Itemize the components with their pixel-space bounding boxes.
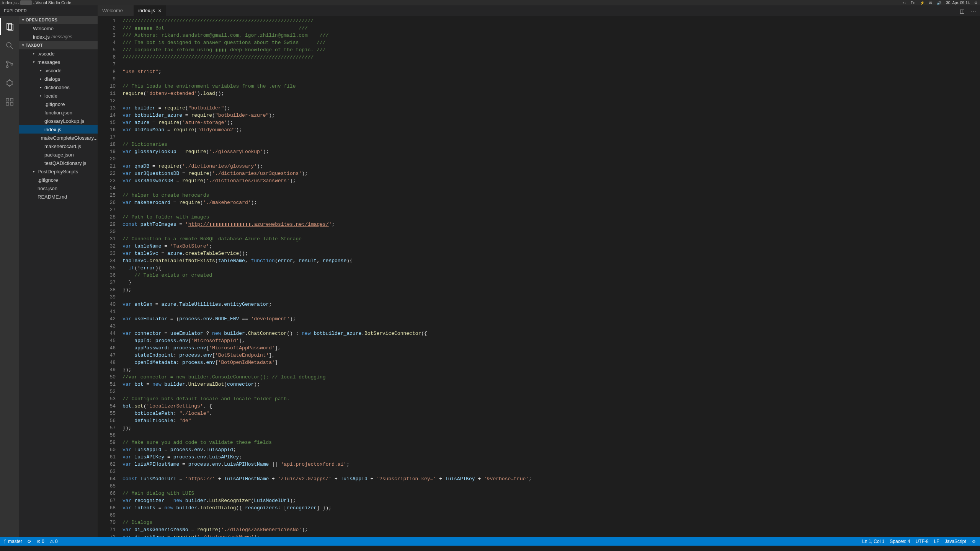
os-indicator[interactable]: 30. Apr. 09:14 [946,1,970,5]
file-tree-item[interactable]: ▸dictionaries [19,83,98,91]
indent-setting[interactable]: Spaces: 4 [890,539,910,544]
more-actions-icon[interactable]: ⋯ [969,7,978,15]
os-indicator[interactable]: ↑↓ [902,1,906,5]
explorer-title: EXPLORER [0,5,98,16]
tab-label: Welcome [102,8,123,13]
os-top-panel: index.js - ▮▮▮▮▮ - Visual Studio Code ↑↓… [0,0,980,5]
os-indicator[interactable]: En [911,1,915,5]
os-indicators: ↑↓En⚡✉🔊30. Apr. 09:14⚙ [902,1,978,5]
open-editors-header[interactable]: ▾OPEN EDITORS [19,16,98,24]
file-tree-item[interactable]: .gitignore [19,176,98,184]
window-title: index.js - ▮▮▮▮▮ - Visual Studio Code [2,0,71,5]
editor-tabs: Welcome×index.js× [98,5,166,16]
git-branch[interactable]: ᚶ master [4,539,22,544]
tab-index-js[interactable]: index.js× [134,5,166,16]
file-tree-item[interactable]: .gitignore [19,100,98,108]
file-tree-item[interactable]: ▸.vscode [19,66,98,75]
tab-welcome[interactable]: Welcome× [98,5,134,16]
debug-icon[interactable] [0,74,19,91]
os-indicator[interactable]: ⚙ [974,1,978,5]
activity-bar [0,16,19,537]
svg-line-3 [11,47,13,49]
line-number-gutter: 1234567891011121314151617181920212223242… [98,16,122,537]
svg-rect-16 [10,103,13,105]
extensions-icon[interactable] [0,93,19,110]
file-tree-item[interactable]: function.json [19,108,98,117]
code-editor[interactable]: 1234567891011121314151617181920212223242… [98,16,980,537]
file-tree-item[interactable]: glossaryLookup.js [19,117,98,125]
tab-bar-row: EXPLORER Welcome×index.js× ◫ ⋯ [0,5,980,16]
file-tree-item[interactable]: testQADictionary.js [19,159,98,167]
open-editor-item[interactable]: index.jsmessages [19,33,98,41]
file-tree-item[interactable]: ▾messages [19,58,98,66]
minimap[interactable] [946,16,980,537]
search-icon[interactable] [0,37,19,54]
file-tree-item[interactable]: ▸dialogs [19,75,98,83]
eol[interactable]: LF [934,539,939,544]
svg-rect-14 [6,98,9,101]
file-tree-item[interactable]: ▸locale [19,91,98,100]
svg-point-7 [7,80,12,86]
open-editor-item[interactable]: Welcome [19,24,98,33]
svg-point-2 [7,42,11,47]
status-bar: ᚶ master ⟳ ⊘ 0 ⚠ 0 Ln 1, Col 1 Spaces: 4… [0,537,980,546]
file-tree-item[interactable]: makeCompleteGlossary... [19,134,98,142]
editor-toolbar: ◫ ⋯ [958,7,978,15]
close-icon[interactable]: × [158,8,161,14]
file-tree-item[interactable]: ▸.vscode [19,49,98,58]
tab-label: index.js [138,8,155,13]
file-tree-item[interactable]: README.md [19,192,98,201]
project-header[interactable]: ▾TAXBOT [19,41,98,49]
encoding[interactable]: UTF-8 [916,539,929,544]
code-content[interactable]: ////////////////////////////////////////… [122,16,946,537]
svg-rect-15 [6,103,9,105]
svg-rect-17 [10,98,13,101]
svg-point-4 [7,61,8,63]
file-tree-item[interactable]: ▸PostDeployScripts [19,167,98,176]
problems-warnings[interactable]: ⚠ 0 [50,539,58,544]
file-tree-item[interactable]: package.json [19,150,98,159]
file-tree-item[interactable]: host.json [19,184,98,192]
cursor-position[interactable]: Ln 1, Col 1 [862,539,884,544]
problems-errors[interactable]: ⊘ 0 [37,539,44,544]
os-indicator[interactable]: ✉ [929,1,932,5]
sync-icon[interactable]: ⟳ [28,539,31,544]
language-mode[interactable]: JavaScript [945,539,966,544]
split-editor-icon[interactable]: ◫ [958,7,966,15]
file-tree-item[interactable]: makeherocard.js [19,142,98,150]
os-indicator[interactable]: 🔊 [937,1,941,5]
source-control-icon[interactable] [0,55,19,73]
feedback-icon[interactable]: ☺ [972,539,976,544]
explorer-icon[interactable] [0,18,19,35]
svg-point-5 [7,65,8,67]
file-tree-item[interactable]: index.js [19,125,98,134]
os-indicator[interactable]: ⚡ [920,1,924,5]
explorer-sidebar: ▾OPEN EDITORS Welcomeindex.jsmessages ▾T… [19,16,98,537]
